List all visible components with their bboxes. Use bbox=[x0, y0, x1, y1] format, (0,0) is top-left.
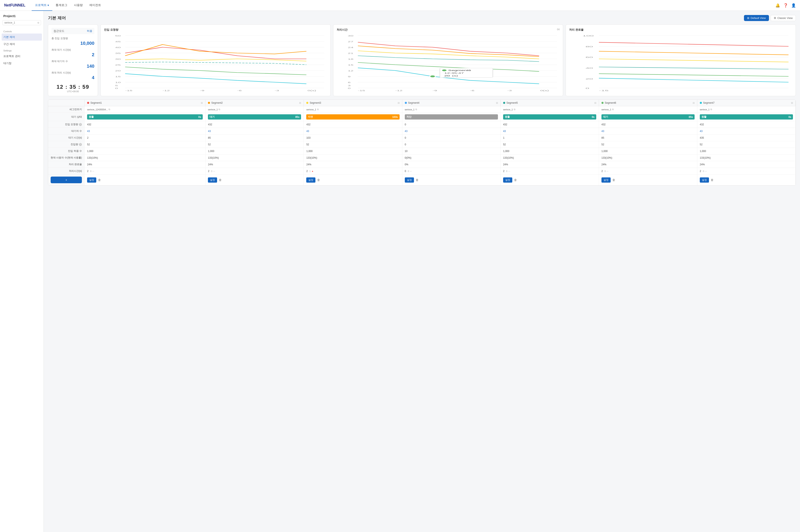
bell-icon[interactable]: 🔔 bbox=[776, 3, 780, 8]
svg-text:-3: -3 bbox=[275, 89, 279, 92]
classic-view-button[interactable]: ⚙ Classic View bbox=[770, 15, 796, 21]
search-input[interactable] bbox=[4, 21, 37, 24]
cell-seg6-comp: 24% bbox=[599, 161, 697, 168]
label-throughput: 진입량 ? bbox=[48, 141, 85, 148]
cell-seg6-status: 대기 85s bbox=[599, 113, 697, 121]
copy-seg6-key[interactable]: ⧉ bbox=[612, 108, 614, 111]
svg-text:(s): (s) bbox=[452, 75, 458, 77]
inflow-chart-card: 진입 요청량 50 45 40 35 30 25 20 15 10 5 bbox=[100, 24, 331, 96]
sidebar-search-box[interactable]: ⧉ bbox=[2, 20, 41, 25]
help-icon[interactable]: ❓ bbox=[783, 3, 788, 8]
cell-seg1-ptime: 2 0 — bbox=[85, 168, 205, 174]
sidebar-item-project-manage[interactable]: 프로젝트 관리 bbox=[0, 53, 43, 60]
col-segment6: Segment6 ⊡ bbox=[599, 100, 697, 106]
seg5-expand-icon[interactable]: ⊡ bbox=[594, 101, 596, 104]
cell-seg4-allowed: 10 bbox=[402, 148, 500, 154]
cell-seg6-wtime: 85 bbox=[599, 134, 697, 141]
delete-seg3-button[interactable]: 🗑 bbox=[317, 178, 320, 182]
svg-text:100: 100 bbox=[583, 35, 594, 37]
sidebar-item-basic-control[interactable]: 기본 제어 bbox=[2, 34, 42, 41]
nav-item-project[interactable]: 프로젝트 ▾ bbox=[32, 0, 52, 11]
sidebar-section-settings: Settings bbox=[0, 48, 43, 53]
delete-seg7-button[interactable]: 🗑 bbox=[711, 178, 713, 182]
cell-seg1-wait: 43 bbox=[85, 128, 205, 134]
cell-seg7-actions: 설정 🗑 bbox=[697, 174, 795, 186]
cell-seg7-wtime: 435 bbox=[697, 134, 795, 141]
default-view-button[interactable]: ⊞ Default View bbox=[744, 15, 769, 21]
cell-seg2-actions: 설정 🗑 bbox=[205, 174, 304, 186]
delete-seg6-button[interactable]: 🗑 bbox=[612, 178, 615, 182]
delete-seg4-button[interactable]: 🗑 bbox=[416, 178, 418, 182]
sidebar-item-section-control[interactable]: 구간 제어 bbox=[0, 41, 43, 48]
header-right: 🔔 ❓ 👤 bbox=[776, 3, 796, 8]
sidebar-section-controls: Controls bbox=[0, 28, 43, 34]
seg7-expand-icon[interactable]: ⊡ bbox=[791, 101, 793, 104]
cell-seg4-thru: 0 bbox=[402, 141, 500, 148]
copy-seg2-key[interactable]: ⧉ bbox=[219, 108, 220, 111]
delete-seg2-button[interactable]: 🗑 bbox=[219, 178, 222, 182]
delete-seg1-button[interactable]: 🗑 bbox=[98, 178, 101, 182]
table-row-completion-rate: 처리 완료율 24% 24% 24% 0% 24% 24% 24% bbox=[48, 161, 796, 168]
cell-seg5-status: 원활 0s bbox=[500, 113, 599, 121]
cell-seg4-comp: 0% bbox=[402, 161, 500, 168]
svg-text:20: 20 bbox=[115, 70, 121, 72]
cell-seg4-key: serivce_1 ⧉ bbox=[402, 106, 500, 113]
col-segment4: Segment4 ⊡ bbox=[402, 100, 500, 106]
seg2-expand-icon[interactable]: ⊡ bbox=[299, 101, 301, 104]
cell-seg3-key: serivce_1 ⧉ bbox=[304, 106, 402, 113]
label-completion-rate: 처리 완료율 bbox=[48, 161, 85, 168]
cell-seg7-ptime: 2 0 — bbox=[697, 168, 795, 174]
cell-seg1-key: serivce_12435554... ⧉ bbox=[85, 106, 205, 113]
sidebar: Project1 ⧉ Controls 기본 제어 구간 제어 Settings… bbox=[0, 11, 44, 532]
svg-text:40: 40 bbox=[585, 67, 593, 69]
processing-time-chart-area: 30 27 24 21 18 15 12 9 6 3 0 bbox=[337, 33, 560, 92]
nav-item-usage[interactable]: 사용량 bbox=[71, 0, 86, 11]
stat-max-wait-count: 최대 대기자 수 140 bbox=[52, 60, 94, 69]
cell-seg1-inflow: 432 bbox=[85, 121, 205, 128]
copy-icon[interactable]: ⧉ bbox=[37, 21, 39, 24]
delete-seg5-button[interactable]: 🗑 bbox=[514, 178, 517, 182]
settings-seg3-button[interactable]: 설정 bbox=[306, 177, 315, 183]
svg-text:0(s): 0(s) bbox=[540, 89, 549, 92]
cell-seg3-allowed: 1,000 bbox=[304, 148, 402, 154]
table-row-allowed: 진입 허용 수 1,000 1,000 1,000 10 1,000 1,000… bbox=[48, 148, 796, 154]
svg-point-56 bbox=[442, 69, 446, 71]
svg-point-54 bbox=[430, 75, 435, 77]
user-icon[interactable]: 👤 bbox=[791, 3, 796, 8]
copy-seg1-key[interactable]: ⧉ bbox=[109, 108, 110, 111]
cell-seg3-actions: 설정 🗑 bbox=[304, 174, 402, 186]
table-row-actions: + 설정 🗑 설정 🗑 bbox=[48, 174, 796, 186]
nav-item-agent[interactable]: 에이전트 bbox=[86, 0, 105, 11]
arrow-seg7: — bbox=[705, 170, 707, 172]
control-card: 접근모드 허용 총 진입 요청량 10,000 최대 대기 시간(s) 2 최대… bbox=[48, 24, 98, 96]
col-segment1: Segment1 ⊡ bbox=[85, 100, 205, 106]
copy-seg3-key[interactable]: ⧉ bbox=[317, 108, 319, 111]
copy-seg4-key[interactable]: ⧉ bbox=[415, 108, 417, 111]
seg3-expand-icon[interactable]: ⊡ bbox=[398, 101, 399, 104]
label-inflow-request: 진입 요청량 ? bbox=[48, 121, 85, 128]
throughput-help-icon: ? bbox=[79, 143, 82, 146]
cell-seg3-inflow: 432 bbox=[304, 121, 402, 128]
copy-seg5-key[interactable]: ⧉ bbox=[514, 108, 516, 111]
label-current-users: 현재 사용자 수(현재 사용률) bbox=[48, 154, 85, 161]
copy-seg7-key[interactable]: ⧉ bbox=[710, 108, 712, 111]
nav-item-stats[interactable]: 통계로그 bbox=[52, 0, 71, 11]
cell-seg6-actions: 설정 🗑 bbox=[599, 174, 697, 186]
stat-max-process-time: 최대 처리 시간(s) 4 bbox=[52, 71, 94, 80]
cell-seg6-inflow: 432 bbox=[599, 121, 697, 128]
seg6-expand-icon[interactable]: ⊡ bbox=[693, 101, 694, 104]
settings-seg6-button[interactable]: 설정 bbox=[601, 177, 611, 183]
settings-seg7-button[interactable]: 설정 bbox=[700, 177, 709, 183]
seg4-expand-icon[interactable]: ⊡ bbox=[496, 101, 498, 104]
col-segment3: Segment3 ⊡ bbox=[304, 100, 402, 106]
settings-seg1-button[interactable]: 설정 bbox=[87, 177, 96, 183]
svg-text:30: 30 bbox=[115, 58, 121, 60]
sidebar-item-waiting-room[interactable]: 대기창 bbox=[0, 60, 43, 67]
settings-seg5-button[interactable]: 설정 bbox=[503, 177, 512, 183]
settings-seg2-button[interactable]: 설정 bbox=[208, 177, 217, 183]
seg1-expand-icon[interactable]: ⊡ bbox=[201, 101, 203, 104]
settings-seg4-button[interactable]: 설정 bbox=[405, 177, 414, 183]
add-segment-button[interactable]: + bbox=[51, 176, 82, 183]
time-display: 12 : 35 : 59 UTC+09:00 bbox=[52, 84, 94, 93]
col-segment5: Segment5 ⊡ bbox=[500, 100, 599, 106]
